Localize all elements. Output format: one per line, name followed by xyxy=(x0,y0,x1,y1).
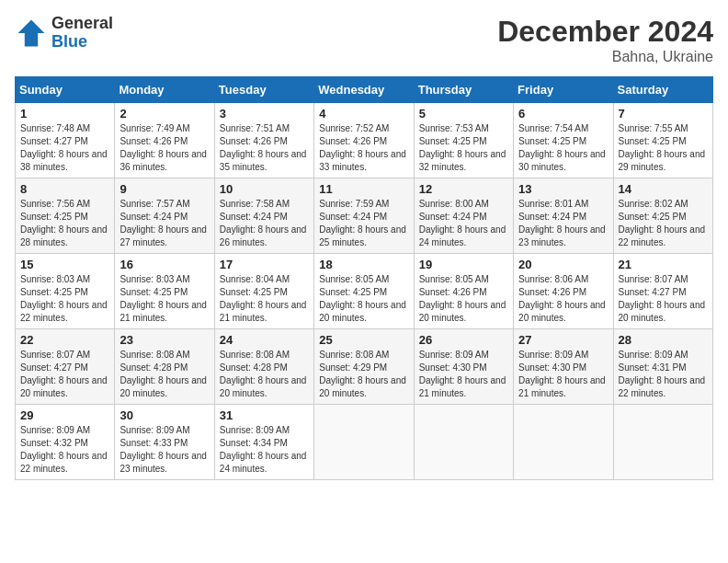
logo-icon xyxy=(15,17,48,50)
day-info: Sunrise: 7:57 AM Sunset: 4:24 PM Dayligh… xyxy=(119,198,209,249)
day-number: 31 xyxy=(220,408,309,422)
calendar-header-row: SundayMondayTuesdayWednesdayThursdayFrid… xyxy=(16,77,713,103)
day-info: Sunrise: 7:51 AM Sunset: 4:26 PM Dayligh… xyxy=(220,122,309,174)
day-number: 14 xyxy=(619,182,708,196)
day-info: Sunrise: 7:58 AM Sunset: 4:24 PM Dayligh… xyxy=(220,198,309,249)
title-block: December 2024 Bahna, Ukraine xyxy=(497,15,713,65)
day-info: Sunrise: 8:09 AM Sunset: 4:32 PM Dayligh… xyxy=(20,424,109,476)
calendar-day-cell xyxy=(314,405,414,480)
calendar-day-cell: 24 Sunrise: 8:08 AM Sunset: 4:28 PM Dayl… xyxy=(214,329,313,405)
day-number: 24 xyxy=(220,333,309,347)
calendar-day-cell: 19 Sunrise: 8:05 AM Sunset: 4:26 PM Dayl… xyxy=(414,254,513,329)
calendar-day-cell: 2 Sunrise: 7:49 AM Sunset: 4:26 PM Dayli… xyxy=(115,103,214,178)
calendar-day-cell: 31 Sunrise: 8:09 AM Sunset: 4:34 PM Dayl… xyxy=(214,405,313,480)
month-title: December 2024 xyxy=(497,15,713,49)
day-info: Sunrise: 8:05 AM Sunset: 4:25 PM Dayligh… xyxy=(319,273,408,325)
day-number: 3 xyxy=(220,107,309,121)
day-info: Sunrise: 8:09 AM Sunset: 4:30 PM Dayligh… xyxy=(419,349,508,400)
calendar-day-cell xyxy=(414,405,513,480)
calendar-day-cell: 30 Sunrise: 8:09 AM Sunset: 4:33 PM Dayl… xyxy=(115,405,214,480)
day-number: 10 xyxy=(220,182,309,196)
calendar-day-cell: 9 Sunrise: 7:57 AM Sunset: 4:24 PM Dayli… xyxy=(115,178,214,254)
day-info: Sunrise: 8:07 AM Sunset: 4:27 PM Dayligh… xyxy=(619,273,708,325)
day-info: Sunrise: 8:08 AM Sunset: 4:28 PM Dayligh… xyxy=(119,349,209,400)
day-number: 18 xyxy=(319,258,408,271)
day-number: 5 xyxy=(419,107,508,121)
day-info: Sunrise: 7:48 AM Sunset: 4:27 PM Dayligh… xyxy=(20,122,109,174)
day-of-week-header: Sunday xyxy=(16,77,115,103)
day-info: Sunrise: 8:08 AM Sunset: 4:29 PM Dayligh… xyxy=(319,349,408,400)
calendar-day-cell: 15 Sunrise: 8:03 AM Sunset: 4:25 PM Dayl… xyxy=(16,254,115,329)
logo-text: General Blue xyxy=(51,15,113,52)
day-info: Sunrise: 8:03 AM Sunset: 4:25 PM Dayligh… xyxy=(119,273,209,325)
calendar-day-cell: 10 Sunrise: 7:58 AM Sunset: 4:24 PM Dayl… xyxy=(214,178,313,254)
day-info: Sunrise: 8:07 AM Sunset: 4:27 PM Dayligh… xyxy=(20,349,109,400)
day-number: 30 xyxy=(119,408,209,422)
day-info: Sunrise: 8:09 AM Sunset: 4:34 PM Dayligh… xyxy=(220,424,309,476)
day-number: 1 xyxy=(20,107,109,121)
calendar-day-cell: 25 Sunrise: 8:08 AM Sunset: 4:29 PM Dayl… xyxy=(314,329,414,405)
calendar-day-cell: 29 Sunrise: 8:09 AM Sunset: 4:32 PM Dayl… xyxy=(16,405,115,480)
day-number: 21 xyxy=(619,258,708,271)
day-number: 13 xyxy=(518,182,608,196)
calendar-day-cell: 28 Sunrise: 8:09 AM Sunset: 4:31 PM Dayl… xyxy=(613,329,712,405)
calendar-day-cell: 17 Sunrise: 8:04 AM Sunset: 4:25 PM Dayl… xyxy=(214,254,313,329)
calendar-day-cell: 16 Sunrise: 8:03 AM Sunset: 4:25 PM Dayl… xyxy=(115,254,214,329)
calendar-day-cell: 1 Sunrise: 7:48 AM Sunset: 4:27 PM Dayli… xyxy=(16,103,115,178)
day-info: Sunrise: 7:59 AM Sunset: 4:24 PM Dayligh… xyxy=(319,198,408,249)
day-number: 27 xyxy=(518,333,608,347)
day-info: Sunrise: 7:54 AM Sunset: 4:25 PM Dayligh… xyxy=(518,122,608,174)
day-of-week-header: Saturday xyxy=(613,77,712,103)
day-info: Sunrise: 8:03 AM Sunset: 4:25 PM Dayligh… xyxy=(20,273,109,325)
day-info: Sunrise: 7:56 AM Sunset: 4:25 PM Dayligh… xyxy=(20,198,109,249)
day-info: Sunrise: 7:55 AM Sunset: 4:25 PM Dayligh… xyxy=(619,122,708,174)
day-number: 2 xyxy=(119,107,209,121)
calendar-day-cell: 12 Sunrise: 8:00 AM Sunset: 4:24 PM Dayl… xyxy=(414,178,513,254)
calendar-week-row: 1 Sunrise: 7:48 AM Sunset: 4:27 PM Dayli… xyxy=(16,103,713,178)
calendar-day-cell: 8 Sunrise: 7:56 AM Sunset: 4:25 PM Dayli… xyxy=(16,178,115,254)
calendar-day-cell: 3 Sunrise: 7:51 AM Sunset: 4:26 PM Dayli… xyxy=(214,103,313,178)
day-info: Sunrise: 7:52 AM Sunset: 4:26 PM Dayligh… xyxy=(319,122,408,174)
day-number: 17 xyxy=(220,258,309,271)
day-info: Sunrise: 8:09 AM Sunset: 4:30 PM Dayligh… xyxy=(518,349,608,400)
calendar-week-row: 29 Sunrise: 8:09 AM Sunset: 4:32 PM Dayl… xyxy=(16,405,713,480)
day-info: Sunrise: 8:08 AM Sunset: 4:28 PM Dayligh… xyxy=(220,349,309,400)
calendar-day-cell: 22 Sunrise: 8:07 AM Sunset: 4:27 PM Dayl… xyxy=(16,329,115,405)
calendar-day-cell: 11 Sunrise: 7:59 AM Sunset: 4:24 PM Dayl… xyxy=(314,178,414,254)
day-number: 29 xyxy=(20,408,109,422)
calendar-week-row: 8 Sunrise: 7:56 AM Sunset: 4:25 PM Dayli… xyxy=(16,178,713,254)
day-info: Sunrise: 8:09 AM Sunset: 4:31 PM Dayligh… xyxy=(619,349,708,400)
day-number: 6 xyxy=(518,107,608,121)
day-info: Sunrise: 8:06 AM Sunset: 4:26 PM Dayligh… xyxy=(518,273,608,325)
svg-marker-0 xyxy=(18,19,45,46)
day-number: 26 xyxy=(419,333,508,347)
day-info: Sunrise: 8:09 AM Sunset: 4:33 PM Dayligh… xyxy=(119,424,209,476)
calendar-table: SundayMondayTuesdayWednesdayThursdayFrid… xyxy=(15,76,713,480)
day-info: Sunrise: 7:53 AM Sunset: 4:25 PM Dayligh… xyxy=(419,122,508,174)
day-number: 20 xyxy=(518,258,608,271)
calendar-day-cell: 13 Sunrise: 8:01 AM Sunset: 4:24 PM Dayl… xyxy=(514,178,613,254)
calendar-day-cell: 6 Sunrise: 7:54 AM Sunset: 4:25 PM Dayli… xyxy=(514,103,613,178)
day-info: Sunrise: 7:49 AM Sunset: 4:26 PM Dayligh… xyxy=(119,122,209,174)
location-subtitle: Bahna, Ukraine xyxy=(497,49,713,65)
day-of-week-header: Tuesday xyxy=(214,77,313,103)
day-number: 12 xyxy=(419,182,508,196)
day-number: 23 xyxy=(119,333,209,347)
calendar-day-cell xyxy=(514,405,613,480)
page-header: General Blue December 2024 Bahna, Ukrain… xyxy=(15,15,713,65)
day-info: Sunrise: 8:00 AM Sunset: 4:24 PM Dayligh… xyxy=(419,198,508,249)
day-info: Sunrise: 8:04 AM Sunset: 4:25 PM Dayligh… xyxy=(220,273,309,325)
day-info: Sunrise: 8:01 AM Sunset: 4:24 PM Dayligh… xyxy=(518,198,608,249)
calendar-week-row: 22 Sunrise: 8:07 AM Sunset: 4:27 PM Dayl… xyxy=(16,329,713,405)
day-info: Sunrise: 8:02 AM Sunset: 4:25 PM Dayligh… xyxy=(619,198,708,249)
calendar-day-cell: 18 Sunrise: 8:05 AM Sunset: 4:25 PM Dayl… xyxy=(314,254,414,329)
calendar-day-cell: 5 Sunrise: 7:53 AM Sunset: 4:25 PM Dayli… xyxy=(414,103,513,178)
day-number: 28 xyxy=(619,333,708,347)
day-number: 8 xyxy=(20,182,109,196)
day-of-week-header: Monday xyxy=(115,77,214,103)
day-of-week-header: Friday xyxy=(514,77,613,103)
calendar-day-cell: 21 Sunrise: 8:07 AM Sunset: 4:27 PM Dayl… xyxy=(613,254,712,329)
day-info: Sunrise: 8:05 AM Sunset: 4:26 PM Dayligh… xyxy=(419,273,508,325)
calendar-day-cell: 26 Sunrise: 8:09 AM Sunset: 4:30 PM Dayl… xyxy=(414,329,513,405)
day-number: 4 xyxy=(319,107,408,121)
